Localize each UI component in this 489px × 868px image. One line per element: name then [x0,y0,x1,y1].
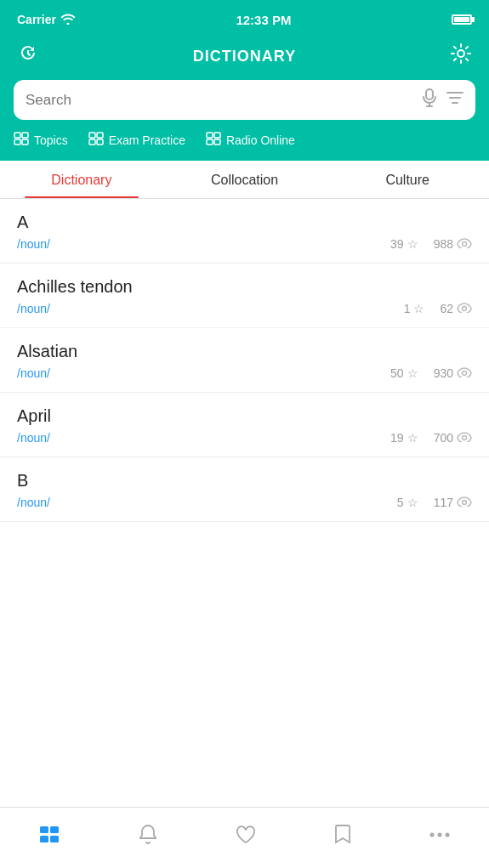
view-count: 117 [434,496,453,509]
word-pos: /noun/ [17,431,50,445]
star-stat: 39 ☆ [390,237,418,251]
word-stats: 1 ☆ 62 [404,302,472,315]
status-right [452,14,472,25]
mic-icon[interactable] [421,88,438,111]
tab-culture[interactable]: Culture [326,161,489,198]
svg-rect-12 [97,133,103,138]
svg-rect-10 [22,139,28,145]
word-name: B [17,471,472,491]
view-count: 700 [434,431,453,445]
eye-icon [457,496,472,509]
word-meta: /noun/ 5 ☆ 117 [17,496,472,509]
bottom-nav-bell[interactable] [128,819,168,851]
word-stats: 50 ☆ 930 [390,366,472,380]
bottom-nav-bookmark[interactable] [324,819,361,851]
word-name: April [17,406,472,426]
exam-nav[interactable]: Exam Practice [88,132,185,149]
word-meta: /noun/ 50 ☆ 930 [17,366,472,380]
tab-dictionary[interactable]: Dictionary [0,161,163,198]
tab-collocation[interactable]: Collocation [163,161,327,198]
svg-rect-7 [14,133,20,138]
svg-rect-24 [40,826,48,833]
status-bar: Carrier 12:33 PM [0,0,489,36]
topics-icon [14,132,29,149]
view-count: 930 [434,366,453,380]
word-list: A /noun/ 39 ☆ 988 [0,199,489,590]
star-stat: 5 ☆ [397,496,418,509]
view-count: 988 [434,237,453,251]
word-pos: /noun/ [17,237,50,251]
word-meta: /noun/ 1 ☆ 62 [17,302,472,315]
svg-rect-26 [40,836,48,842]
svg-point-23 [463,501,467,505]
carrier-label: Carrier [17,13,56,26]
bottom-nav-more[interactable] [418,826,461,843]
svg-rect-16 [214,133,220,138]
star-icon: ☆ [407,496,418,509]
exam-label: Exam Practice [109,133,185,147]
word-name: Alsatian [17,342,472,361]
battery-icon [452,14,472,25]
view-stat: 930 [434,366,472,380]
radio-icon [206,132,221,149]
star-stat: 50 ☆ [390,366,418,380]
svg-point-28 [429,832,434,837]
word-item-b[interactable]: B /noun/ 5 ☆ 117 [0,457,489,522]
svg-rect-11 [89,133,95,138]
word-pos: /noun/ [17,496,50,509]
svg-rect-1 [426,89,433,99]
status-left: Carrier [17,13,76,27]
svg-point-19 [463,242,467,247]
star-icon: ☆ [407,237,418,251]
svg-point-29 [437,832,441,837]
eye-icon [457,237,472,251]
svg-rect-17 [207,139,213,145]
view-stat: 988 [434,237,472,251]
search-container [0,80,489,132]
word-item-april[interactable]: April /noun/ 19 ☆ 700 [0,393,489,457]
radio-nav[interactable]: Radio Online [206,132,295,149]
svg-rect-15 [207,133,213,138]
exam-icon [88,132,104,149]
word-stats: 5 ☆ 117 [397,496,472,509]
star-icon: ☆ [407,366,418,380]
search-bar[interactable] [14,80,475,120]
bottom-nav-heart[interactable] [225,820,267,850]
history-button[interactable] [17,43,39,70]
star-stat: 1 ☆ [404,302,425,315]
svg-point-22 [463,436,467,440]
word-stats: 39 ☆ 988 [390,237,472,251]
star-stat: 19 ☆ [390,431,418,445]
word-meta: /noun/ 39 ☆ 988 [17,237,472,251]
page-title: DICTIONARY [193,48,296,65]
filter-icon[interactable] [446,90,463,110]
word-stats: 19 ☆ 700 [390,431,472,445]
topics-nav[interactable]: Topics [14,132,68,149]
view-count: 62 [440,302,453,315]
svg-rect-8 [22,133,28,138]
word-name: Achilles tendon [17,277,472,297]
svg-rect-25 [50,826,59,833]
status-time: 12:33 PM [236,13,291,27]
bottom-nav-list[interactable] [28,820,71,850]
topics-label: Topics [34,133,68,147]
star-icon: ☆ [407,431,418,445]
word-item-achilles[interactable]: Achilles tendon /noun/ 1 ☆ 62 [0,264,489,328]
word-item-alsatian[interactable]: Alsatian /noun/ 50 ☆ 930 [0,328,489,393]
svg-rect-9 [14,139,20,145]
svg-rect-27 [50,836,59,842]
app-header: DICTIONARY [0,36,489,80]
tabs: Dictionary Collocation Culture [0,161,489,199]
star-count: 50 [390,366,404,380]
word-meta: /noun/ 19 ☆ 700 [17,431,472,445]
word-item-a[interactable]: A /noun/ 39 ☆ 988 [0,199,489,264]
settings-button[interactable] [450,43,472,70]
search-input[interactable] [26,92,412,109]
star-icon: ☆ [413,302,424,315]
svg-point-21 [463,372,467,376]
word-pos: /noun/ [17,302,50,315]
view-stat: 700 [434,431,472,445]
svg-rect-14 [97,139,103,145]
word-name: A [17,213,472,232]
star-count: 1 [404,302,411,315]
